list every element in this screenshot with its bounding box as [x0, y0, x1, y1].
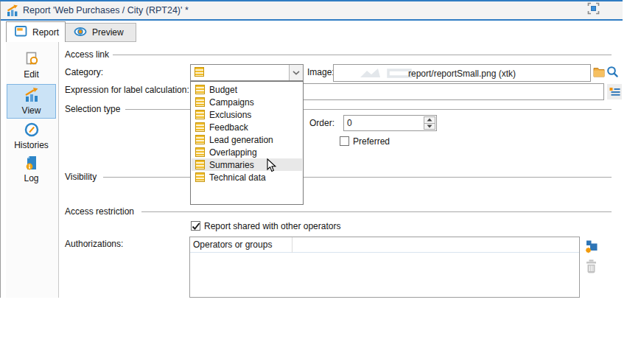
column-header-operators[interactable]: Operators or groups [193, 239, 272, 250]
category-dropdown-list: Budget Campaigns Exclusions Feedback Lea… [190, 81, 304, 205]
category-icon [195, 110, 205, 119]
section-selection-type: Selection type [65, 104, 120, 114]
option-label: Technical data [209, 172, 266, 183]
dropdown-option-feedback[interactable]: Feedback [192, 121, 302, 133]
report-page-icon [15, 26, 27, 39]
authorizations-table[interactable]: Operators or groups [189, 237, 580, 298]
titlebar-bottom-border [0, 19, 623, 21]
sidebar-item-label: Log [7, 173, 56, 183]
category-icon [195, 172, 205, 182]
sidebar: Edit View Histories [6, 42, 59, 298]
option-label: Feedback [209, 122, 248, 133]
sidebar-item-label: Histories [7, 140, 56, 150]
category-icon [195, 160, 205, 169]
authorizations-label: Authorizations: [65, 239, 123, 249]
tab-preview-label: Preview [92, 27, 124, 38]
expand-fullscreen-icon[interactable] [587, 2, 600, 15]
image-field[interactable]: report/reportSmall.png (xtk) [333, 64, 591, 82]
add-operator-icon[interactable] [584, 240, 598, 256]
option-label: Budget [209, 85, 237, 95]
spin-up-button[interactable] [424, 116, 435, 124]
dropdown-option-exclusions[interactable]: Exclusions [192, 108, 302, 121]
tab-preview[interactable]: Preview [66, 23, 136, 42]
app-window: Report 'Web Purchases / City (RPT24)' * … [0, 0, 627, 364]
option-label: Overlapping [209, 147, 257, 158]
image-label: Image: [307, 67, 334, 77]
order-value: 0 [347, 118, 352, 128]
category-icon [195, 122, 205, 132]
spin-buttons [424, 116, 435, 130]
preferred-checkbox[interactable] [340, 136, 349, 146]
image-path: report/reportSmall.png (xtk) [334, 69, 590, 79]
dropdown-option-budget[interactable]: Budget [192, 83, 302, 96]
search-icon[interactable] [606, 66, 619, 80]
delete-trash-icon[interactable] [586, 259, 597, 276]
chevron-down-icon [293, 71, 300, 75]
category-icon [195, 67, 204, 77]
section-rule [113, 55, 612, 55]
dropdown-option-summaries[interactable]: Summaries [192, 158, 302, 171]
option-label: Summaries [209, 160, 254, 170]
column-divider[interactable] [292, 237, 293, 253]
dropdown-option-technical-data[interactable]: Technical data [192, 171, 302, 183]
spin-down-button[interactable] [424, 124, 435, 130]
view-chart-icon [24, 87, 40, 105]
sidebar-item-log[interactable]: Log [7, 155, 56, 186]
preferred-label: Preferred [353, 136, 390, 147]
category-label: Category: [65, 67, 103, 77]
sidebar-item-histories[interactable]: Histories [7, 122, 56, 154]
edit-expression-button[interactable] [607, 84, 622, 99]
expression-lines-icon [609, 86, 620, 97]
folder-browse-icon[interactable] [593, 67, 605, 80]
category-combobox[interactable] [190, 64, 304, 81]
option-label: Lead generation [209, 135, 273, 145]
mouse-cursor [267, 158, 278, 176]
table-header-row: Operators or groups [190, 237, 579, 253]
edit-magnifier-page-icon [24, 59, 39, 69]
dropdown-option-campaigns[interactable]: Campaigns [192, 96, 302, 108]
sidebar-item-label: Edit [7, 69, 56, 80]
order-spinbox[interactable]: 0 [343, 115, 437, 131]
section-visibility: Visibility [65, 172, 97, 182]
dropdown-option-lead-generation[interactable]: Lead generation [192, 133, 302, 146]
sidebar-item-view[interactable]: View [7, 84, 56, 119]
section-access-link: Access link [65, 49, 109, 60]
combobox-dropdown-button[interactable] [289, 65, 303, 80]
category-icon [195, 97, 205, 107]
option-label: Exclusions [209, 110, 251, 120]
eye-icon [74, 27, 87, 39]
log-document-icon [24, 163, 39, 173]
category-icon [195, 135, 205, 144]
category-icon [195, 85, 205, 94]
window-left-border [0, 1, 1, 298]
sidebar-item-edit[interactable]: Edit [7, 52, 56, 84]
clock-icon [24, 130, 40, 140]
dropdown-option-overlapping[interactable]: Overlapping [192, 146, 302, 158]
expression-label: Expression for label calculation: [65, 85, 189, 95]
sidebar-item-label: View [7, 105, 55, 116]
category-icon [195, 147, 205, 157]
shared-label: Report shared with other operators [204, 221, 340, 231]
shared-checkbox[interactable] [191, 221, 200, 231]
tab-report-label: Report [32, 27, 59, 38]
section-access-restriction: Access restriction [65, 206, 134, 217]
option-label: Campaigns [209, 97, 254, 108]
tab-report[interactable]: Report [6, 21, 66, 42]
order-label: Order: [309, 118, 334, 128]
section-rule [141, 211, 612, 212]
section-rule [103, 177, 612, 178]
checkmark-icon [192, 222, 200, 231]
window-title: Report 'Web Purchases / City (RPT24)' * [23, 5, 189, 15]
report-chart-icon [7, 4, 19, 19]
